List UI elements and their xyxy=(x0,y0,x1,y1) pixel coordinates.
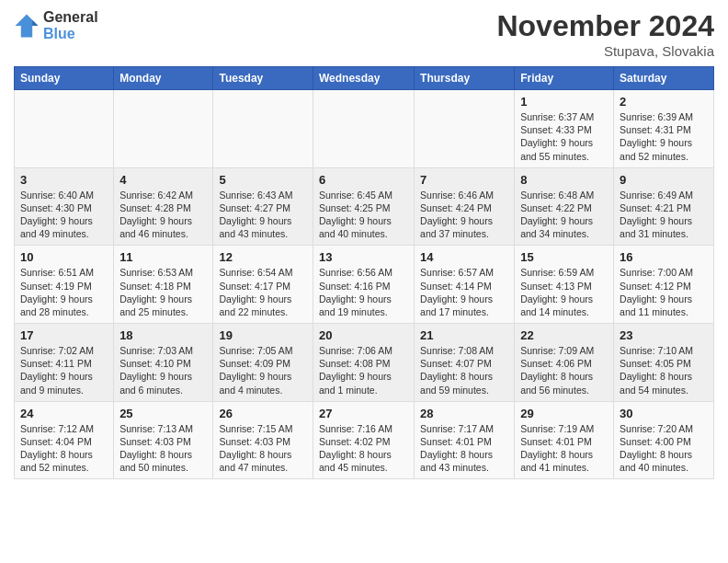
day-number: 3 xyxy=(20,173,108,187)
day-cell: 22Sunrise: 7:09 AMSunset: 4:06 PMDayligh… xyxy=(515,324,614,402)
day-number: 15 xyxy=(520,250,608,264)
day-info: Sunrise: 7:15 AMSunset: 4:03 PMDaylight:… xyxy=(219,422,307,475)
day-number: 23 xyxy=(620,328,708,342)
day-cell: 15Sunrise: 6:59 AMSunset: 4:13 PMDayligh… xyxy=(515,246,614,324)
day-cell: 9Sunrise: 6:49 AMSunset: 4:21 PMDaylight… xyxy=(614,167,714,246)
day-info: Sunrise: 6:54 AMSunset: 4:17 PMDaylight:… xyxy=(219,266,307,318)
week-row-4: 17Sunrise: 7:02 AMSunset: 4:11 PMDayligh… xyxy=(15,324,714,402)
day-number: 28 xyxy=(420,407,508,420)
month-title: November 2024 xyxy=(496,9,714,43)
day-info: Sunrise: 7:16 AMSunset: 4:02 PMDaylight:… xyxy=(319,422,408,475)
logo-icon xyxy=(14,13,40,39)
day-info: Sunrise: 6:42 AMSunset: 4:28 PMDaylight:… xyxy=(119,189,207,241)
week-row-3: 10Sunrise: 6:51 AMSunset: 4:19 PMDayligh… xyxy=(15,246,714,324)
day-cell: 10Sunrise: 6:51 AMSunset: 4:19 PMDayligh… xyxy=(15,246,114,324)
day-cell: 8Sunrise: 6:48 AMSunset: 4:22 PMDaylight… xyxy=(515,167,614,246)
day-cell xyxy=(213,90,313,168)
day-number: 2 xyxy=(620,95,708,109)
day-cell xyxy=(313,90,414,168)
col-header-monday: Monday xyxy=(114,67,213,90)
day-cell: 6Sunrise: 6:45 AMSunset: 4:25 PMDaylight… xyxy=(313,167,414,246)
day-number: 24 xyxy=(20,407,108,420)
calendar-body: 1Sunrise: 6:37 AMSunset: 4:33 PMDaylight… xyxy=(15,90,714,479)
day-info: Sunrise: 6:37 AMSunset: 4:33 PMDaylight:… xyxy=(520,110,608,163)
logo-text: General Blue xyxy=(43,9,98,41)
col-header-sunday: Sunday xyxy=(15,67,114,90)
day-cell: 11Sunrise: 6:53 AMSunset: 4:18 PMDayligh… xyxy=(114,246,213,324)
day-info: Sunrise: 6:53 AMSunset: 4:18 PMDaylight:… xyxy=(119,266,207,318)
day-cell: 2Sunrise: 6:39 AMSunset: 4:31 PMDaylight… xyxy=(614,90,714,168)
day-number: 10 xyxy=(20,250,108,264)
day-info: Sunrise: 7:02 AMSunset: 4:11 PMDaylight:… xyxy=(20,344,108,396)
day-cell xyxy=(15,90,114,168)
header-row: SundayMondayTuesdayWednesdayThursdayFrid… xyxy=(15,67,714,90)
day-cell: 26Sunrise: 7:15 AMSunset: 4:03 PMDayligh… xyxy=(213,401,313,479)
day-cell: 12Sunrise: 6:54 AMSunset: 4:17 PMDayligh… xyxy=(213,246,313,324)
day-info: Sunrise: 7:13 AMSunset: 4:03 PMDaylight:… xyxy=(119,422,207,475)
day-cell: 1Sunrise: 6:37 AMSunset: 4:33 PMDaylight… xyxy=(515,90,614,168)
col-header-saturday: Saturday xyxy=(614,67,714,90)
col-header-friday: Friday xyxy=(515,67,614,90)
week-row-2: 3Sunrise: 6:40 AMSunset: 4:30 PMDaylight… xyxy=(15,167,714,246)
main-container: General Blue November 2024 Stupava, Slov… xyxy=(0,0,728,488)
day-number: 29 xyxy=(520,407,608,420)
col-header-tuesday: Tuesday xyxy=(213,67,313,90)
day-info: Sunrise: 7:05 AMSunset: 4:09 PMDaylight:… xyxy=(219,344,307,396)
day-cell: 21Sunrise: 7:08 AMSunset: 4:07 PMDayligh… xyxy=(415,324,515,402)
col-header-thursday: Thursday xyxy=(415,67,515,90)
day-info: Sunrise: 6:49 AMSunset: 4:21 PMDaylight:… xyxy=(620,189,708,241)
day-number: 26 xyxy=(219,407,307,420)
calendar-header: SundayMondayTuesdayWednesdayThursdayFrid… xyxy=(15,67,714,90)
day-cell: 5Sunrise: 6:43 AMSunset: 4:27 PMDaylight… xyxy=(213,167,313,246)
day-info: Sunrise: 6:57 AMSunset: 4:14 PMDaylight:… xyxy=(420,266,508,318)
location: Stupava, Slovakia xyxy=(496,43,714,59)
day-number: 12 xyxy=(219,250,307,264)
day-number: 25 xyxy=(119,407,207,420)
day-cell: 17Sunrise: 7:02 AMSunset: 4:11 PMDayligh… xyxy=(15,324,114,402)
day-cell: 23Sunrise: 7:10 AMSunset: 4:05 PMDayligh… xyxy=(614,324,714,402)
day-number: 16 xyxy=(620,250,708,264)
day-info: Sunrise: 7:08 AMSunset: 4:07 PMDaylight:… xyxy=(420,344,508,396)
day-info: Sunrise: 7:19 AMSunset: 4:01 PMDaylight:… xyxy=(520,422,608,475)
day-number: 21 xyxy=(420,328,508,342)
day-info: Sunrise: 7:12 AMSunset: 4:04 PMDaylight:… xyxy=(20,422,108,475)
day-info: Sunrise: 6:48 AMSunset: 4:22 PMDaylight:… xyxy=(520,189,608,241)
day-info: Sunrise: 7:17 AMSunset: 4:01 PMDaylight:… xyxy=(420,422,508,475)
day-cell: 16Sunrise: 7:00 AMSunset: 4:12 PMDayligh… xyxy=(614,246,714,324)
day-number: 13 xyxy=(319,250,408,264)
day-cell: 3Sunrise: 6:40 AMSunset: 4:30 PMDaylight… xyxy=(15,167,114,246)
day-info: Sunrise: 6:40 AMSunset: 4:30 PMDaylight:… xyxy=(20,189,108,241)
day-number: 1 xyxy=(520,95,608,109)
day-cell xyxy=(114,90,213,168)
day-cell: 25Sunrise: 7:13 AMSunset: 4:03 PMDayligh… xyxy=(114,401,213,479)
day-number: 8 xyxy=(520,173,608,187)
day-number: 17 xyxy=(20,328,108,342)
day-number: 11 xyxy=(119,250,207,264)
day-cell: 18Sunrise: 7:03 AMSunset: 4:10 PMDayligh… xyxy=(114,324,213,402)
day-info: Sunrise: 7:20 AMSunset: 4:00 PMDaylight:… xyxy=(620,422,708,475)
day-cell: 14Sunrise: 6:57 AMSunset: 4:14 PMDayligh… xyxy=(415,246,515,324)
week-row-1: 1Sunrise: 6:37 AMSunset: 4:33 PMDaylight… xyxy=(15,90,714,168)
week-row-5: 24Sunrise: 7:12 AMSunset: 4:04 PMDayligh… xyxy=(15,401,714,479)
day-info: Sunrise: 7:00 AMSunset: 4:12 PMDaylight:… xyxy=(620,266,708,318)
title-block: November 2024 Stupava, Slovakia xyxy=(496,9,714,59)
day-cell: 30Sunrise: 7:20 AMSunset: 4:00 PMDayligh… xyxy=(614,401,714,479)
day-number: 22 xyxy=(520,328,608,342)
day-info: Sunrise: 7:06 AMSunset: 4:08 PMDaylight:… xyxy=(319,344,408,396)
day-number: 18 xyxy=(119,328,207,342)
day-number: 4 xyxy=(119,173,207,187)
day-cell: 4Sunrise: 6:42 AMSunset: 4:28 PMDaylight… xyxy=(114,167,213,246)
day-number: 27 xyxy=(319,407,408,420)
day-info: Sunrise: 6:39 AMSunset: 4:31 PMDaylight:… xyxy=(620,110,708,163)
day-info: Sunrise: 7:09 AMSunset: 4:06 PMDaylight:… xyxy=(520,344,608,396)
day-info: Sunrise: 6:59 AMSunset: 4:13 PMDaylight:… xyxy=(520,266,608,318)
day-info: Sunrise: 6:51 AMSunset: 4:19 PMDaylight:… xyxy=(20,266,108,318)
day-number: 5 xyxy=(219,173,307,187)
day-cell: 20Sunrise: 7:06 AMSunset: 4:08 PMDayligh… xyxy=(313,324,414,402)
day-number: 20 xyxy=(319,328,408,342)
col-header-wednesday: Wednesday xyxy=(313,67,414,90)
day-cell: 13Sunrise: 6:56 AMSunset: 4:16 PMDayligh… xyxy=(313,246,414,324)
day-number: 19 xyxy=(219,328,307,342)
header: General Blue November 2024 Stupava, Slov… xyxy=(14,9,714,59)
day-cell: 29Sunrise: 7:19 AMSunset: 4:01 PMDayligh… xyxy=(515,401,614,479)
